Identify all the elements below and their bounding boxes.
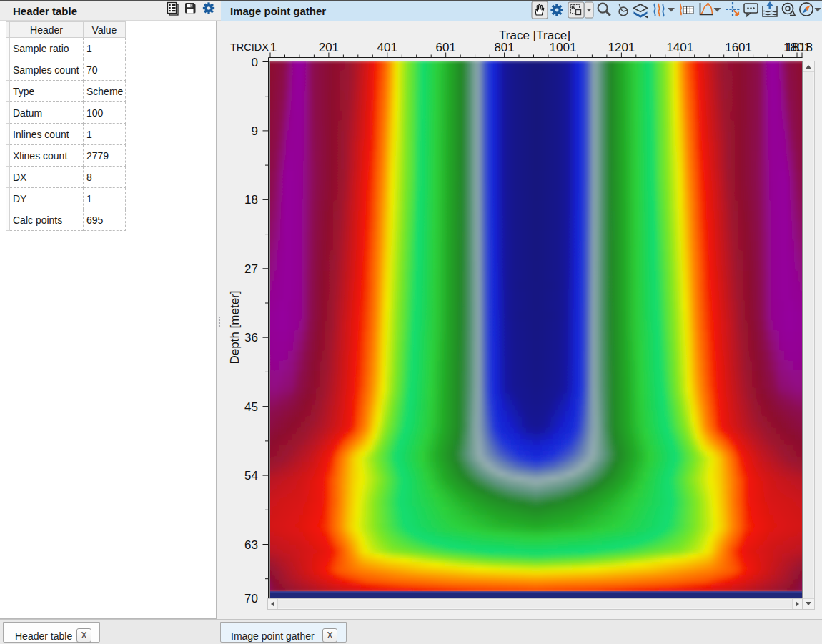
svg-text:TRCIDX: TRCIDX <box>230 41 269 53</box>
svg-text:27: 27 <box>244 262 258 276</box>
svg-text:0: 0 <box>252 56 258 69</box>
svg-text:1001: 1001 <box>550 41 577 54</box>
svg-text:1601: 1601 <box>725 41 752 54</box>
svg-text:Depth [meter]: Depth [meter] <box>228 291 242 365</box>
svg-text:1201: 1201 <box>608 41 635 54</box>
svg-text:801: 801 <box>494 41 514 54</box>
svg-text:601: 601 <box>436 41 456 54</box>
svg-text:63: 63 <box>244 538 258 552</box>
svg-text:54: 54 <box>244 469 258 482</box>
svg-text:1: 1 <box>270 41 277 54</box>
svg-text:45: 45 <box>244 400 258 414</box>
svg-text:Trace [Trace]: Trace [Trace] <box>499 29 570 42</box>
svg-text:70: 70 <box>244 592 258 605</box>
svg-text:201: 201 <box>319 41 339 54</box>
svg-text:18: 18 <box>244 193 258 207</box>
svg-text:401: 401 <box>377 41 397 54</box>
svg-text:1401: 1401 <box>666 41 693 54</box>
svg-text:36: 36 <box>244 331 258 345</box>
svg-text:1818: 1818 <box>786 41 813 54</box>
svg-text:9: 9 <box>252 124 258 138</box>
